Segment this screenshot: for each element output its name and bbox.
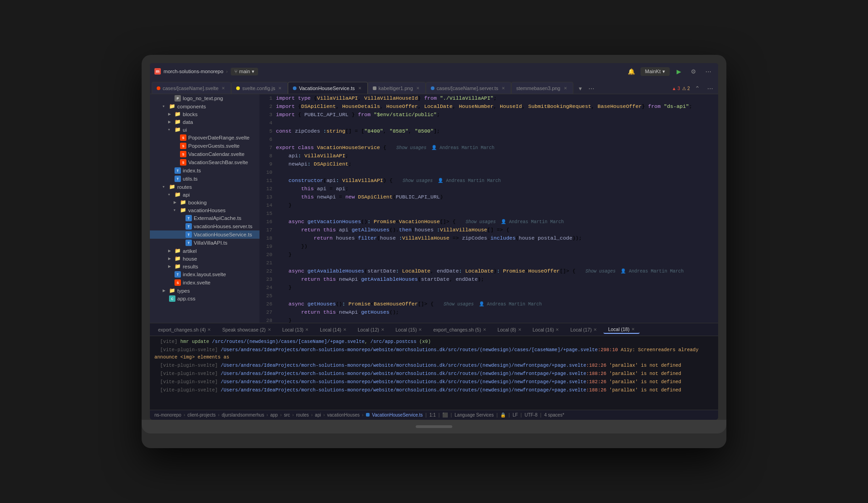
sidebar-item-utils-ts[interactable]: T utils.ts (150, 175, 259, 183)
line-num-21: 21 (259, 259, 272, 267)
tree-arrow: ▶ (168, 264, 173, 268)
terminal-tab-export-changes-4[interactable]: export_changes.sh (4) ✕ (153, 326, 216, 333)
terminal-tab-local-12[interactable]: Local (12) ✕ (353, 326, 389, 333)
laptop-screen: m morch-solutions-monorepo › ⑂ main ▾ 🔔 … (150, 63, 718, 420)
code-line-4 (276, 119, 718, 127)
tab-dot-ts (431, 86, 434, 90)
tab-svelte-config[interactable]: svelte.config.js ✕ (231, 82, 288, 94)
settings-button[interactable]: ⚙ (688, 66, 699, 77)
sidebar-item-vacationhouses[interactable]: ▾ 📁 vacationHouses (150, 206, 259, 214)
sidebar-item-externalapicache[interactable]: T ExternalApiCache.ts (150, 214, 259, 222)
sidebar-item-app-css[interactable]: C app.css (150, 294, 259, 303)
sidebar-item-components[interactable]: ▾ 📁 components (150, 102, 259, 110)
terminal-tab-close[interactable]: ✕ (518, 327, 522, 332)
code-line-25 (276, 292, 718, 300)
terminal-tab-export-changes-5[interactable]: export_changes.sh (5) ✕ (429, 326, 491, 333)
line-num-14: 14 (259, 201, 272, 209)
tab-cases-casename-svelte[interactable]: cases/[caseName].svelte ✕ (152, 82, 231, 94)
expand-button[interactable]: ⌃ (692, 83, 703, 94)
tab-close-button[interactable]: ✕ (563, 86, 568, 91)
tree-arrow: ▶ (174, 200, 178, 204)
sidebar-item-vacationhouseservice[interactable]: T VacationHouseService.ts (150, 230, 259, 239)
terminal-tab-local-18[interactable]: Local (18) ✕ (603, 326, 640, 334)
terminal-tab-close[interactable]: ✕ (343, 327, 347, 332)
sidebar-item-types[interactable]: ▶ 📁 types (150, 287, 259, 294)
tab-cases-server[interactable]: cases/[caseName].server.ts ✕ (426, 82, 511, 94)
tab-close-button[interactable]: ✕ (415, 86, 421, 91)
terminal-tab-close[interactable]: ✕ (593, 327, 597, 332)
code-line-7: export class VacationHouseService { Show… (276, 144, 718, 152)
terminal-tab-close[interactable]: ✕ (381, 327, 385, 332)
folder-icon: 📁 (180, 199, 186, 205)
tab-label: stemmebasen3.png (516, 86, 561, 91)
sidebar-item-api[interactable]: ▾ 📁 api (150, 191, 259, 198)
terminal-tab-label: Local (15) (396, 327, 417, 332)
folder-icon: 📁 (175, 263, 181, 269)
tab-stemmebasen[interactable]: stemmebasen3.png ✕ (511, 82, 573, 94)
sidebar-item-index-ts[interactable]: T index.ts (150, 166, 259, 175)
line-num-6: 6 (259, 135, 272, 144)
file-icon-css: C (169, 295, 175, 302)
line-num-15: 15 (259, 209, 272, 218)
line-num-4: 4 (259, 119, 272, 127)
terminal-tab-local-16[interactable]: Local (16) ✕ (528, 326, 564, 333)
terminal-tab-close[interactable]: ✕ (268, 327, 271, 332)
run-button[interactable]: ▶ (673, 66, 684, 77)
tab-kabeltiger[interactable]: kabeltiger1.png ✕ (368, 82, 426, 94)
tab-close-button[interactable]: ✕ (277, 86, 283, 91)
sidebar-item-vacationsearchbar[interactable]: S VacationSearchBar.svelte (150, 158, 259, 166)
terminal-tab-close[interactable]: ✕ (207, 327, 211, 332)
sidebar-item-popoverguests[interactable]: S PopoverGuests.svelte (150, 142, 259, 150)
sidebar-item-index-svelte[interactable]: S index.svelte (150, 278, 259, 287)
terminal-tab-local-14[interactable]: Local (14) ✕ (315, 326, 351, 333)
code-line-5: const zipCodes :string[] = ["8400", "858… (276, 127, 718, 135)
terminal-tab-speak-showcase[interactable]: Speak showcase (2) ✕ (217, 326, 275, 333)
notification-button[interactable]: 🔔 (626, 66, 637, 77)
terminal-tab-local-17[interactable]: Local (17) ✕ (566, 326, 602, 333)
terminal-tab-local-8[interactable]: Local (8) ✕ (493, 326, 526, 333)
tab-close-button[interactable]: ✕ (501, 86, 506, 91)
sidebar-item-popoverdaterange[interactable]: S PopoverDateRange.svelte (150, 134, 259, 142)
sidebar-item-routes[interactable]: ▾ 📁 routes (150, 183, 259, 191)
sidebar-item-label: VacationHouseService.ts (194, 232, 259, 237)
sidebar-item-logo[interactable]: P logo_no_text.png (150, 94, 259, 102)
breadcrumb-part: djurslandsommerhus (222, 412, 264, 417)
sidebar-item-booking[interactable]: ▶ 📁 booking (150, 198, 259, 206)
terminal-tab-close[interactable]: ✕ (418, 327, 422, 332)
utf8-toggle[interactable]: 🔒 (500, 412, 506, 417)
code-line-21 (276, 259, 718, 267)
sidebar-item-vacationhouses-server[interactable]: T vacationHouses.server.ts (150, 222, 259, 230)
tab-nav-button[interactable]: ▾ (575, 83, 586, 94)
terminal-tab-local-13[interactable]: Local (13) ✕ (278, 326, 314, 333)
terminal-tab-close[interactable]: ✕ (483, 327, 487, 332)
terminal-tab-close[interactable]: ✕ (556, 327, 559, 332)
sidebar-item-villavillaapi[interactable]: T VillaVillaAPI.ts (150, 239, 259, 247)
more-button2[interactable]: ⋯ (704, 83, 715, 94)
more-button[interactable]: ⋯ (703, 66, 714, 77)
sidebar-item-artikel[interactable]: ▶ 📁 artikel (150, 247, 259, 255)
code-line-27: return this.newApi.getHouses(); (276, 308, 718, 316)
terminal-tab-label: Local (14) (320, 327, 341, 332)
sidebar-item-blocks[interactable]: ▶ 📁 blocks (150, 110, 259, 118)
run-config-button[interactable]: MainKt ▾ (640, 67, 670, 76)
sidebar-item-index-layout-svelte[interactable]: T index.layout.svelte (150, 270, 259, 278)
file-icon-ts: T (185, 231, 192, 238)
tab-close-button[interactable]: ✕ (357, 86, 363, 91)
branch-button[interactable]: ⑂ main ▾ (231, 68, 259, 75)
tab-close-button[interactable]: ✕ (221, 86, 226, 91)
tree-arrow: ▾ (168, 128, 173, 132)
file-icon-svelte: S (180, 134, 186, 141)
sidebar-item-results[interactable]: ▶ 📁 results (150, 262, 259, 270)
terminal-line-4: [vite-plugin-svelte] /Users/andreas/Idea… (154, 370, 714, 377)
terminal-tab-local-15[interactable]: Local (15) ✕ (391, 326, 427, 333)
terminal-tab-close[interactable]: ✕ (305, 327, 309, 332)
tab-more-button[interactable]: ⋯ (586, 83, 597, 94)
sidebar-item-vacationcalendar[interactable]: S VacationCalendar.svelte (150, 150, 259, 158)
terminal-tab-close[interactable]: ✕ (631, 327, 635, 332)
tab-vacation-house-service[interactable]: VacationHouseService.ts ✕ (288, 82, 367, 94)
sidebar-item-label: index.layout.svelte (183, 272, 259, 277)
sidebar-item-house[interactable]: ▶ 📁 house (150, 255, 259, 262)
sidebar-item-ui[interactable]: ▾ 📁 ui (150, 126, 259, 134)
code-content[interactable]: 1 2 3 4 5 6 7 8 9 10 11 12 13 (259, 94, 718, 323)
sidebar-item-data[interactable]: ▶ 📁 data (150, 118, 259, 126)
